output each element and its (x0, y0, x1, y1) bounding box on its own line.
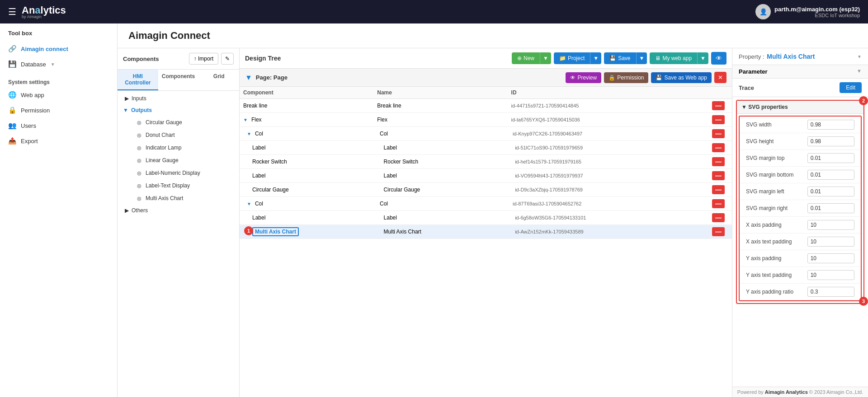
y-axis-padding-ratio-input[interactable] (807, 287, 854, 297)
tree-item-inputs[interactable]: ▶ Inputs (118, 93, 239, 104)
table-row[interactable]: Circular Gauge Circular Gauge id-D9c3aXZ… (240, 183, 732, 197)
sidebar-item-aimagin-connect[interactable]: 🔗 Aimagin connect (0, 41, 117, 56)
remove-row-button[interactable]: — (712, 129, 725, 138)
table-row[interactable]: Break line Break line id-44715s9721-1705… (240, 99, 732, 113)
my-web-app-split-button[interactable]: ▼ (697, 52, 708, 64)
remove-row-button[interactable]: — (712, 227, 725, 236)
sidebar-item-permission-label: Permission (21, 107, 50, 114)
svg-height-input[interactable] (807, 136, 854, 146)
sidebar-item-export-label: Export (21, 138, 38, 145)
property-chevron-icon: ▼ (857, 54, 862, 59)
tree-item-multi-axis-chart[interactable]: ◎ Multi Axis Chart (130, 192, 239, 205)
tree-item-circular-gauge[interactable]: ◎ Circular Gauge (130, 116, 239, 129)
tree-item-label-numeric[interactable]: ◎ Label-Numeric Display (130, 167, 239, 179)
new-button[interactable]: ⊕ New (512, 52, 540, 64)
topbar-logo: Analytics by Aimagin (22, 5, 66, 19)
preview-button[interactable]: 👁 Preview (566, 72, 601, 83)
remove-row-button[interactable]: — (712, 171, 725, 180)
remove-row-button[interactable]: — (712, 143, 725, 152)
remove-row-button[interactable]: — (712, 185, 725, 194)
save-as-web-app-button[interactable]: 💾 Save as Web app (651, 72, 712, 83)
x-axis-padding-input[interactable] (807, 220, 854, 230)
project-split-button[interactable]: ▼ (590, 52, 601, 64)
breakline-label: Break line (243, 103, 267, 109)
sidebar-item-export[interactable]: 📤 Export (0, 133, 117, 149)
property-title-row: Property : Multi Axis Chart (739, 53, 815, 60)
export-icon-button[interactable]: ✎ (221, 53, 234, 65)
tree-item-others[interactable]: ▶ Others (118, 205, 239, 216)
svg-section-header[interactable]: ▼ SVG properties (737, 101, 863, 114)
tree-item-donut-chart[interactable]: ◎ Donut Chart (130, 129, 239, 141)
sidebar-item-web-app[interactable]: 🌐 Web app (0, 87, 117, 103)
table-row[interactable]: Label Label id-VO9594hl43-170591979937 — (240, 169, 732, 183)
user-info: parth.m@aimagin.com (esp32) ESDC IoT wor… (774, 6, 860, 18)
new-split-button[interactable]: ▼ (540, 52, 551, 64)
tab-components[interactable]: Components (158, 70, 199, 90)
table-row-multi-axis-chart[interactable]: Multi Axis Chart 1 Multi Axis Chart id-A… (240, 225, 732, 239)
remove-row-button[interactable]: — (712, 101, 725, 110)
permission-button[interactable]: 🔒 Permission (604, 72, 648, 83)
rocker-switch-label: Rocker Switch (252, 159, 287, 165)
eye-button[interactable]: 👁 (711, 52, 726, 65)
svg-margin-left-input[interactable] (807, 187, 854, 196)
folder-icon: 📁 (559, 55, 566, 61)
my-web-app-button[interactable]: 🖥 My web app (650, 52, 697, 64)
svg-margin-top-input[interactable] (807, 153, 854, 163)
table-row[interactable]: Label Label id-51lC71oS90-170591979659 — (240, 141, 732, 155)
x-axis-text-padding-input[interactable] (807, 237, 854, 247)
prop-row-y-axis-padding: Y axis padding (740, 250, 861, 267)
lock-icon: 🔒 (8, 106, 16, 114)
svg-margin-right-label: SVG margin right (746, 205, 807, 211)
y-axis-padding-input[interactable] (807, 253, 854, 263)
remove-row-button[interactable]: — (712, 115, 725, 124)
page-collapse-arrow[interactable]: ▼ (245, 74, 252, 82)
chevron-right-icon: ▶ (125, 95, 129, 102)
save-button[interactable]: 💾 Save (604, 52, 636, 64)
tree-group-outputs[interactable]: ▼ Outputs (118, 104, 239, 116)
tree-item-indicator-lamp[interactable]: ◎ Indicator Lamp (130, 141, 239, 154)
project-button-group: 📁 Project ▼ (554, 52, 601, 64)
save-split-button[interactable]: ▼ (636, 52, 647, 64)
label2-item-label: Label (252, 173, 265, 179)
topbar: ☰ Analytics by Aimagin 👤 parth.m@aimagin… (0, 0, 868, 23)
plus-icon: ⊕ (517, 55, 522, 61)
sidebar-item-database[interactable]: 💾 Database ▼ (0, 56, 117, 72)
sidebar-item-permission[interactable]: 🔒 Permission (0, 103, 117, 118)
y-axis-text-padding-input[interactable] (807, 270, 854, 280)
page-bar: ▼ Page: Page 👁 Preview 🔒 Permission (240, 69, 732, 87)
page-bar-right: 👁 Preview 🔒 Permission 💾 Save as Web app… (566, 72, 726, 83)
badge-1: 1 (244, 226, 253, 235)
remove-row-button[interactable]: — (712, 213, 725, 222)
close-page-button[interactable]: ✕ (714, 72, 726, 83)
tab-grid[interactable]: Grid (198, 70, 239, 90)
chevron-down-icon: ▼ (51, 62, 55, 67)
tab-hmi-controller[interactable]: HMI Controller (118, 70, 158, 90)
import-button[interactable]: ↑ Import (189, 53, 218, 65)
label-numeric-icon: ◎ (136, 169, 143, 177)
sidebar-item-users[interactable]: 👥 Users (0, 118, 117, 133)
multi-axis-chart-icon: ◎ (136, 195, 143, 202)
remove-row-button[interactable]: — (712, 157, 725, 166)
donut-chart-icon: ◎ (136, 131, 143, 139)
svg-params-box: SVG width SVG height SVG margin top (739, 116, 862, 301)
hamburger-icon[interactable]: ☰ (8, 6, 16, 17)
table-row[interactable]: ▼ Col Col id-87T69asi3J-1705904652762 — (240, 197, 732, 211)
remove-row-button[interactable]: — (712, 199, 725, 208)
label-text-icon: ◎ (136, 182, 143, 189)
table-row[interactable]: Label Label id-6g58oW35G6-170594133101 — (240, 211, 732, 225)
table-row[interactable]: Rocker Switch Rocker Switch id-hef14s157… (240, 155, 732, 169)
tree-item-linear-gauge[interactable]: ◎ Linear Gauge (130, 154, 239, 167)
table-row[interactable]: ▼ Col Col id-Knyp97CX26-170590463497 — (240, 127, 732, 141)
y-axis-text-padding-label: Y axis text padding (746, 272, 807, 278)
table-row[interactable]: ▼ Flex Flex id-ta6765YXQ6-170590415036 — (240, 113, 732, 127)
edit-button[interactable]: Edit (840, 82, 862, 93)
svg-margin-bottom-input[interactable] (807, 170, 854, 180)
svg-margin-right-input[interactable] (807, 203, 854, 213)
design-tree-body: Break line Break line id-44715s9721-1705… (240, 99, 732, 397)
design-tree-panel: Design Tree ⊕ New ▼ 📁 Proj (240, 48, 732, 397)
connect-icon: 🔗 (8, 45, 16, 53)
prop-row-y-axis-padding-ratio: Y axis padding ratio (740, 284, 861, 300)
project-button[interactable]: 📁 Project (554, 52, 590, 64)
svg-width-input[interactable] (807, 120, 854, 130)
tree-item-label-text[interactable]: ◎ Label-Text Display (130, 179, 239, 192)
